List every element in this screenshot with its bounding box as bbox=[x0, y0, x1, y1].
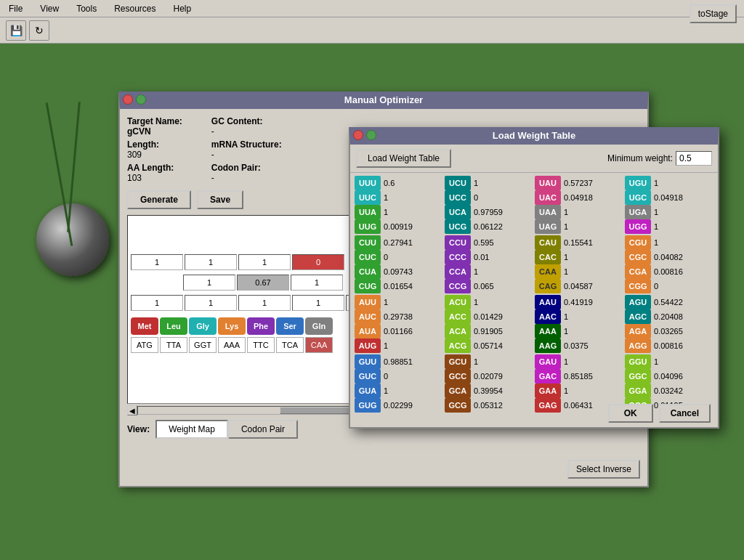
codon-col-u: UUU0.6 UUC1 UUA1 UUG0.00919 CUU0.27941 C… bbox=[355, 176, 443, 413]
aa-length-value: 103 bbox=[127, 173, 182, 183]
mrna-value: - bbox=[211, 150, 282, 160]
generate-button[interactable]: Generate bbox=[127, 190, 191, 209]
slider-cell[interactable]: 1 bbox=[238, 254, 291, 270]
dialog-min-btn[interactable] bbox=[366, 130, 376, 140]
dialog-title: Load Weight Table bbox=[493, 130, 575, 141]
target-name-value: gCVN bbox=[127, 126, 182, 137]
codon-atg[interactable]: ATG bbox=[131, 337, 158, 353]
menu-resources[interactable]: Resources bbox=[111, 2, 158, 15]
ok-button[interactable]: OK bbox=[608, 404, 653, 423]
dialog-footer: OK Cancel bbox=[601, 399, 718, 427]
select-inverse-button[interactable]: Select Inverse bbox=[567, 460, 640, 479]
codon-table-grid: UUU0.6 UUC1 UUA1 UUG0.00919 CUU0.27941 C… bbox=[350, 173, 718, 415]
mrna-label: mRNA Structure: bbox=[211, 139, 282, 150]
min-weight-label: Minimum weight: bbox=[607, 153, 673, 163]
codon-col-a: UAU0.57237 UAC0.04918 UAA1 UAG1 CAU0.155… bbox=[535, 176, 623, 413]
slider-cell[interactable]: 1 bbox=[292, 295, 344, 311]
codon-ttc[interactable]: TTC bbox=[247, 337, 275, 353]
dialog-close-btn[interactable] bbox=[353, 130, 363, 140]
slider-cell-active[interactable]: 0 bbox=[292, 254, 344, 270]
length-label: Length: bbox=[127, 139, 159, 150]
menu-file[interactable]: File bbox=[6, 2, 25, 15]
slider-cell[interactable]: 1 bbox=[185, 254, 237, 270]
aa-badge-gly[interactable]: Gly bbox=[189, 317, 217, 335]
toolbar-btn-1[interactable]: 💾 bbox=[6, 20, 26, 41]
save-button[interactable]: Save bbox=[197, 190, 243, 209]
codon-col-c: UCU1 UCC0 UCA0.97959 UCG0.06122 CCU0.595… bbox=[445, 176, 533, 413]
slider-cell[interactable]: 1 bbox=[291, 275, 343, 291]
codon-pair-value: - bbox=[211, 173, 282, 183]
aa-badge-phe[interactable]: Phe bbox=[247, 317, 275, 335]
menu-help[interactable]: Help bbox=[171, 2, 195, 15]
cancel-button[interactable]: Cancel bbox=[659, 404, 711, 423]
gc-content-label: GC Content: bbox=[211, 116, 282, 126]
slider-cell[interactable]: 1 bbox=[183, 275, 235, 291]
slider-cell[interactable]: 1 bbox=[131, 254, 183, 270]
toolbar-btn-2[interactable]: ↻ bbox=[29, 20, 49, 41]
codon-pair-label: Codon Pair: bbox=[211, 163, 282, 173]
optimizer-min-btn[interactable] bbox=[136, 94, 146, 105]
optimizer-title: Manual Optimizer bbox=[344, 94, 423, 105]
view-label: View: bbox=[127, 420, 150, 439]
scroll-left[interactable]: ◀ bbox=[127, 405, 137, 415]
codon-ggt[interactable]: GGT bbox=[189, 337, 217, 353]
menu-tools[interactable]: Tools bbox=[73, 2, 100, 15]
dialog-top-bar: Load Weight Table Minimum weight: bbox=[350, 145, 718, 173]
codon-aaa[interactable]: AAA bbox=[218, 337, 246, 353]
aa-badge-gln[interactable]: Gln bbox=[305, 317, 333, 335]
menu-bar: File View Tools Resources Help bbox=[0, 0, 744, 17]
codon-col-g: UGU1 UGC0.04918 UGA1 UGG1 CGU1 CGC0.0408… bbox=[625, 176, 713, 413]
weight-map-button[interactable]: Weight Map bbox=[155, 420, 228, 439]
gc-content-value: - bbox=[211, 126, 282, 137]
menu-view[interactable]: View bbox=[37, 2, 62, 15]
slider-cell-gray[interactable]: 0.67 bbox=[237, 275, 289, 291]
aa-badge-lys[interactable]: Lys bbox=[218, 317, 246, 335]
optimizer-close-btn[interactable] bbox=[123, 94, 133, 105]
tostage-button[interactable]: toStage bbox=[690, 4, 737, 23]
target-name-label: Target Name: bbox=[127, 116, 182, 126]
min-weight-input[interactable] bbox=[676, 151, 712, 166]
codon-pair-button[interactable]: Codon Pair bbox=[228, 420, 298, 439]
slider-cell[interactable]: 1 bbox=[238, 295, 291, 311]
decorative-ball bbox=[36, 203, 109, 276]
toolbar: 💾 ↻ toStage bbox=[0, 17, 744, 44]
aa-badge-leu[interactable]: Leu bbox=[160, 317, 187, 335]
load-table-button[interactable]: Load Weight Table bbox=[356, 149, 451, 168]
codon-tta[interactable]: TTA bbox=[160, 337, 187, 353]
aa-badge-met[interactable]: Met bbox=[131, 317, 158, 335]
slider-cell[interactable]: 1 bbox=[131, 295, 183, 311]
slider-cell[interactable]: 1 bbox=[185, 295, 237, 311]
aa-length-label: AA Length: bbox=[127, 163, 174, 173]
load-weight-dialog: Load Weight Table Load Weight Table Mini… bbox=[349, 127, 719, 429]
codon-caa[interactable]: CAA bbox=[305, 337, 333, 353]
codon-tca[interactable]: TCA bbox=[276, 337, 304, 353]
length-value: 309 bbox=[127, 150, 182, 160]
aa-badge-ser[interactable]: Ser bbox=[276, 317, 304, 335]
